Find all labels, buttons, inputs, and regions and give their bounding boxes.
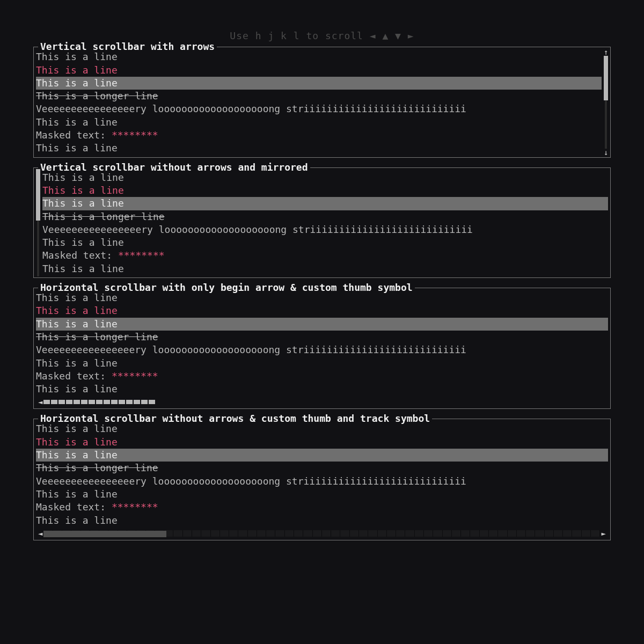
panel-horizontal-custom-track: Horizontal scrollbar without arrows & cu… bbox=[33, 419, 611, 540]
strikethrough-line: This is a longer line bbox=[36, 331, 608, 343]
masked-label: Masked text: bbox=[36, 129, 112, 141]
masked-value: ******** bbox=[118, 250, 165, 261]
text-line: This is a line bbox=[36, 422, 608, 435]
horizontal-scrollbar[interactable]: ◄ ► bbox=[36, 529, 608, 538]
text-line: This is a line bbox=[42, 262, 608, 275]
long-line: Veeeeeeeeeeeeeeeery looooooooooooooooooo… bbox=[42, 223, 608, 236]
panel-body[interactable]: This is a line This is a line This is a … bbox=[34, 168, 610, 277]
text-line: This is a line bbox=[36, 64, 602, 77]
panel-vertical-mirrored: Vertical scrollbar without arrows and mi… bbox=[33, 167, 611, 278]
scrollbar-thumb[interactable] bbox=[43, 531, 166, 537]
scroll-left-arrow-icon[interactable]: ◄ bbox=[37, 398, 43, 406]
text-line: This is a line bbox=[36, 116, 602, 129]
text-line: This is a line bbox=[36, 488, 608, 501]
scrollbar-track[interactable] bbox=[605, 56, 607, 148]
masked-line: Masked text: ******** bbox=[36, 370, 608, 383]
content-lines: This is a line This is a line This is a … bbox=[36, 422, 608, 526]
strikethrough-line: This is a longer line bbox=[42, 210, 608, 223]
highlighted-line: This is a line bbox=[42, 197, 608, 210]
text-line: This is a line bbox=[36, 514, 608, 527]
panel-body[interactable]: This is a line This is a line This is a … bbox=[34, 419, 610, 539]
text-line: This is a line bbox=[36, 142, 602, 155]
scrollbar-track[interactable] bbox=[43, 399, 607, 405]
text-line: This is a line bbox=[36, 357, 608, 370]
scrollbar-thumb[interactable] bbox=[604, 56, 608, 100]
strikethrough-line: This is a longer line bbox=[36, 462, 608, 474]
masked-label: Masked text: bbox=[42, 250, 118, 261]
text-line: This is a line bbox=[36, 436, 608, 449]
scroll-left-arrow-icon[interactable]: ◄ bbox=[37, 530, 43, 537]
masked-value: ******** bbox=[112, 129, 158, 141]
text-line: This is a line bbox=[42, 171, 608, 184]
text-line: This is a line bbox=[36, 291, 608, 304]
masked-line: Masked text: ******** bbox=[36, 129, 602, 142]
highlighted-line: This is a line bbox=[36, 77, 602, 90]
text-line: This is a line bbox=[42, 184, 608, 197]
long-line: Veeeeeeeeeeeeeeeery looooooooooooooooooo… bbox=[36, 475, 608, 488]
scrollbar-track[interactable] bbox=[37, 169, 39, 276]
text-line: This is a line bbox=[36, 304, 608, 317]
masked-value: ******** bbox=[112, 501, 158, 513]
panel-vertical-arrows: Vertical scrollbar with arrows This is a… bbox=[33, 47, 611, 157]
masked-value: ******** bbox=[112, 370, 158, 382]
highlighted-line: This is a line bbox=[36, 449, 608, 462]
highlighted-line: This is a line bbox=[36, 318, 608, 331]
scroll-down-arrow-icon[interactable]: ↓ bbox=[604, 149, 608, 156]
strikethrough-line: This is a longer line bbox=[36, 90, 602, 103]
masked-line: Masked text: ******** bbox=[36, 501, 608, 514]
vertical-scrollbar[interactable]: ↑ ↓ bbox=[603, 48, 609, 156]
panel-body[interactable]: This is a line This is a line This is a … bbox=[34, 288, 610, 408]
text-line: This is a line bbox=[36, 50, 602, 63]
masked-line: Masked text: ******** bbox=[42, 249, 608, 262]
text-line: This is a line bbox=[36, 383, 608, 396]
scrollbar-track[interactable] bbox=[43, 531, 600, 536]
scroll-up-arrow-icon[interactable]: ↑ bbox=[604, 48, 608, 56]
vertical-scrollbar[interactable] bbox=[35, 169, 41, 276]
long-line: Veeeeeeeeeeeeeeeery looooooooooooooooooo… bbox=[36, 103, 602, 115]
long-line: Veeeeeeeeeeeeeeeery looooooooooooooooooo… bbox=[36, 343, 608, 356]
panel-body[interactable]: This is a line This is a line This is a … bbox=[34, 47, 610, 157]
text-line: This is a line bbox=[42, 236, 608, 249]
scrollbar-thumb[interactable] bbox=[36, 169, 40, 221]
content-lines: This is a line This is a line This is a … bbox=[42, 171, 608, 275]
scroll-right-arrow-icon[interactable]: ► bbox=[601, 530, 607, 537]
scrollbar-thumb[interactable] bbox=[43, 400, 155, 404]
content-lines: This is a line This is a line This is a … bbox=[36, 291, 608, 396]
masked-label: Masked text: bbox=[36, 501, 112, 513]
masked-label: Masked text: bbox=[36, 370, 112, 382]
content-lines: This is a line This is a line This is a … bbox=[36, 50, 602, 155]
panel-horizontal-begin-arrow: Horizontal scrollbar with only begin arr… bbox=[33, 288, 611, 409]
horizontal-scrollbar[interactable]: ◄ bbox=[36, 398, 608, 406]
